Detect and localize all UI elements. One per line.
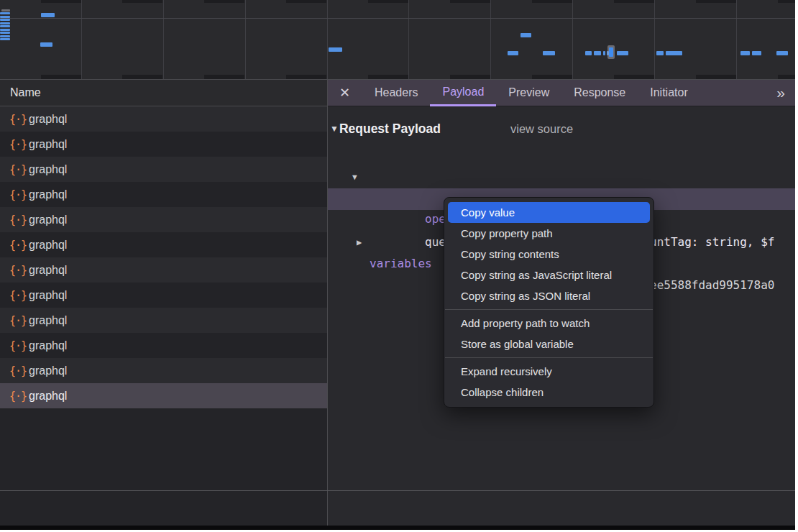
request-timeline-bar — [585, 51, 592, 55]
request-timeline-bar — [740, 51, 750, 55]
timeline-tick — [286, 0, 326, 3]
timeline-tick — [450, 75, 490, 79]
request-name-label: graphql — [29, 138, 67, 151]
timeline-tick — [532, 0, 572, 3]
request-timeline-bar — [40, 42, 52, 47]
request-name-label: graphql — [29, 214, 67, 226]
tab-response[interactable]: Response — [561, 79, 638, 106]
view-source-link[interactable]: view source — [510, 122, 573, 136]
request-name-label: graphql — [29, 289, 67, 302]
request-row[interactable]: {·}graphql — [0, 333, 327, 358]
request-row[interactable]: {·}graphql — [0, 182, 327, 207]
request-row[interactable]: {·}graphql — [0, 207, 327, 232]
timeline-gridline — [572, 0, 573, 79]
panel-resize-divider[interactable] — [327, 79, 328, 530]
timeline-gridline — [490, 0, 491, 79]
timeline-hgridline — [0, 18, 795, 19]
name-column-header[interactable]: Name — [0, 79, 327, 106]
timeline-tick — [286, 75, 326, 79]
timeline-gridline — [408, 0, 409, 79]
json-request-icon: {·} — [9, 188, 29, 201]
request-row[interactable]: {·}graphql — [0, 358, 327, 383]
request-timeline-bar — [0, 22, 10, 24]
timeline-tick — [122, 75, 162, 79]
request-timeline-bar — [666, 51, 682, 55]
menu-item-copy-string-as-javascript-literal[interactable]: Copy string as JavaScript literal — [444, 265, 653, 285]
menu-item-copy-string-as-json-literal[interactable]: Copy string as JSON literal — [444, 285, 653, 306]
request-timeline-bar — [0, 16, 10, 18]
request-row[interactable]: {·}graphql — [0, 232, 327, 257]
timeline-gridline — [245, 0, 246, 79]
tab-preview[interactable]: Preview — [496, 79, 561, 106]
close-icon[interactable]: ✕ — [339, 85, 362, 101]
request-name-label: graphql — [29, 339, 67, 352]
window-bottom-strip — [0, 526, 795, 530]
menu-item-expand-recursively[interactable]: Expand recursively — [444, 361, 653, 382]
menu-item-copy-string-contents[interactable]: Copy string contents — [444, 244, 653, 265]
json-request-icon: {·} — [9, 314, 29, 327]
json-request-icon: {·} — [9, 113, 29, 126]
request-row[interactable]: {·}graphql — [0, 383, 327, 408]
menu-item-copy-value[interactable]: Copy value — [448, 202, 650, 223]
json-request-icon: {·} — [9, 289, 29, 302]
details-tab-bar: ✕ HeadersPayloadPreviewResponseInitiator… — [328, 79, 795, 106]
request-name-label: graphql — [29, 264, 67, 277]
menu-item-add-property-path-to-watch[interactable]: Add property path to watch — [444, 313, 653, 334]
tab-payload[interactable]: Payload — [430, 79, 496, 106]
request-timeline-bar — [0, 32, 10, 34]
requests-panel: Name {·}graphql{·}graphql{·}graphql{·}gr… — [0, 79, 327, 530]
devtools-network-panel: Name {·}graphql{·}graphql{·}graphql{·}gr… — [0, 0, 795, 530]
section-collapse-icon[interactable]: ▼ — [330, 124, 339, 134]
request-timeline-bar — [609, 47, 613, 57]
request-timeline-bar — [0, 35, 10, 37]
json-request-icon: {·} — [9, 390, 29, 403]
property-value-fragment: untTag: string, $f — [650, 231, 774, 253]
request-timeline-bar — [0, 29, 10, 31]
more-tabs-icon[interactable]: » — [776, 84, 795, 101]
footer-divider — [0, 490, 795, 491]
request-timeline-bar — [520, 33, 531, 37]
timeline-gridline — [163, 0, 164, 79]
timeline-tick — [368, 0, 408, 3]
name-column-label: Name — [10, 86, 41, 98]
request-timeline-bar — [656, 51, 664, 55]
request-timeline-bar — [0, 25, 10, 27]
timeline-tick — [696, 0, 736, 3]
menu-item-store-as-global-variable[interactable]: Store as global variable — [444, 334, 653, 354]
tab-initiator[interactable]: Initiator — [638, 79, 700, 106]
payload-tree-root-row[interactable]: ▼ {operationName: "ipFlowTimeseries", va… — [328, 146, 795, 167]
json-request-icon: {·} — [9, 264, 29, 277]
request-timeline-bar — [617, 51, 628, 55]
menu-item-collapse-children[interactable]: Collapse children — [444, 382, 653, 403]
menu-divider — [445, 357, 653, 358]
property-value-fragment: ee5588fdad995178a0 — [650, 275, 774, 296]
request-row[interactable]: {·}graphql — [0, 157, 327, 182]
timeline-tick — [204, 75, 244, 79]
request-name-label: graphql — [29, 390, 67, 403]
request-timeline-bar — [0, 19, 10, 21]
tab-strip: HeadersPayloadPreviewResponseInitiator — [362, 79, 700, 106]
request-row[interactable]: {·}graphql — [0, 132, 327, 157]
menu-item-copy-property-path[interactable]: Copy property path — [444, 223, 653, 244]
timeline-tick — [696, 75, 736, 79]
timeline-tick — [204, 0, 244, 3]
payload-row-operation-name[interactable]: operationName: "ipFlowTimeseries" — [328, 167, 795, 188]
menu-divider — [445, 309, 653, 310]
request-row[interactable]: {·}graphql — [0, 308, 327, 333]
timeline-tick — [614, 75, 654, 79]
request-row[interactable]: {·}graphql — [0, 257, 327, 283]
json-request-icon: {·} — [9, 239, 29, 252]
json-request-icon: {·} — [9, 339, 29, 352]
request-name-label: graphql — [29, 113, 67, 126]
request-row[interactable]: {·}graphql — [0, 283, 327, 308]
request-list: {·}graphql{·}graphql{·}graphql{·}graphql… — [0, 106, 327, 408]
request-name-label: graphql — [29, 364, 67, 377]
network-overview-timeline[interactable] — [0, 0, 795, 80]
timeline-tick — [614, 0, 654, 3]
timeline-tick — [41, 75, 81, 79]
tree-collapsed-icon[interactable]: ▶ — [357, 231, 362, 253]
request-payload-section-header: ▼ Request Payload view source — [328, 119, 795, 139]
request-row[interactable]: {·}graphql — [0, 106, 327, 132]
tab-headers[interactable]: Headers — [362, 79, 430, 106]
section-title: Request Payload — [339, 121, 441, 137]
